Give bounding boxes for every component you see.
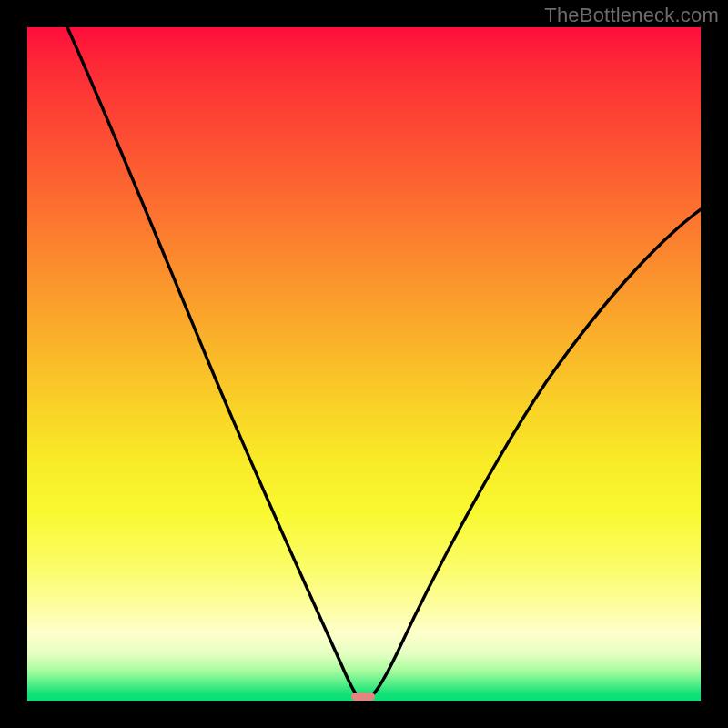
chart-frame: TheBottleneck.com [0,0,728,728]
bottleneck-curve [67,27,701,697]
curve-svg [27,27,701,701]
watermark-text: TheBottleneck.com [544,4,719,27]
plot-area [27,27,701,701]
min-marker [351,693,375,701]
